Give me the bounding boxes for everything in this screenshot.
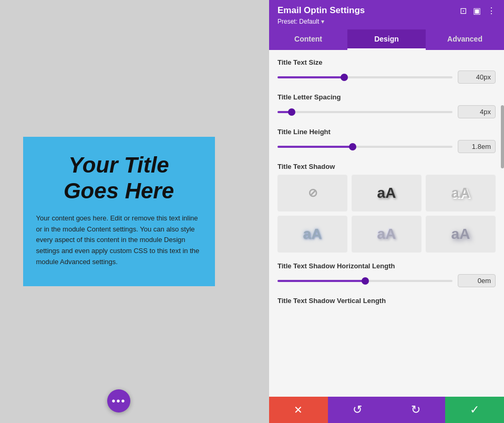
title-shadow-vertical-label: Title Text Shadow Vertical Length (277, 297, 496, 305)
panel-header: Email Optin Settings ⊡ ▣ ⋮ Preset: Defau… (269, 0, 504, 29)
reset-icon: ↺ (353, 403, 362, 417)
more-icon[interactable]: ⋮ (487, 6, 496, 16)
preview-title: Your Title Goes Here (36, 153, 202, 204)
panel-footer: ✕ ↺ ↻ ✓ (269, 397, 504, 423)
title-shadow-horizontal-setting: Title Text Shadow Horizontal Length 0em (277, 262, 496, 287)
title-shadow-horizontal-value[interactable]: 0em (458, 274, 496, 287)
preview-content: Your content goes here. Edit or remove t… (36, 213, 202, 268)
title-line-height-slider-row: 1.8em (277, 140, 496, 153)
title-line-height-value[interactable]: 1.8em (458, 140, 496, 153)
resize-icon[interactable]: ⊡ (460, 6, 467, 16)
settings-panel: Email Optin Settings ⊡ ▣ ⋮ Preset: Defau… (269, 0, 504, 423)
title-shadow-horizontal-fill (277, 280, 365, 282)
tab-design[interactable]: Design (347, 29, 426, 50)
redo-button[interactable]: ↻ (387, 397, 446, 423)
title-shadow-horizontal-slider[interactable] (277, 280, 452, 282)
shadow-option-2[interactable]: aA (426, 175, 496, 212)
save-button[interactable]: ✓ (445, 397, 504, 423)
cancel-icon: ✕ (294, 404, 303, 416)
title-text-size-slider[interactable] (277, 76, 452, 78)
shadow-options-grid: ⊘ aA aA aA aA aA (277, 175, 496, 253)
title-text-size-value[interactable]: 40px (458, 70, 496, 84)
title-letter-spacing-thumb[interactable] (288, 108, 295, 116)
title-letter-spacing-value[interactable]: 4px (458, 105, 496, 118)
title-letter-spacing-slider-row: 4px (277, 105, 496, 118)
shadow-option-5[interactable]: aA (426, 216, 496, 253)
title-shadow-horizontal-thumb[interactable] (362, 277, 369, 285)
shadow-option-none[interactable]: ⊘ (277, 175, 347, 212)
title-shadow-horizontal-slider-row: 0em (277, 274, 496, 287)
shadow-option-1[interactable]: aA (352, 175, 421, 212)
title-letter-spacing-slider[interactable] (277, 111, 452, 113)
tab-advanced[interactable]: Advanced (426, 29, 504, 50)
scroll-indicator (501, 105, 504, 168)
layout-icon[interactable]: ▣ (473, 6, 481, 16)
title-shadow-vertical-setting: Title Text Shadow Vertical Length (277, 297, 496, 305)
panel-header-top: Email Optin Settings ⊡ ▣ ⋮ (277, 5, 496, 16)
title-line-height-label: Title Line Height (277, 128, 496, 136)
reset-button[interactable]: ↺ (328, 397, 387, 423)
cancel-button[interactable]: ✕ (269, 397, 328, 423)
preview-title-line2: Goes Here (64, 178, 174, 203)
title-text-size-slider-row: 40px (277, 70, 496, 84)
dots-icon: ••• (111, 395, 126, 407)
shadow-option-4[interactable]: aA (352, 216, 421, 253)
title-text-shadow-setting: Title Text Shadow ⊘ aA aA aA aA aA (277, 163, 496, 253)
title-line-height-slider[interactable] (277, 146, 452, 148)
title-text-size-fill (277, 76, 344, 78)
title-text-size-setting: Title Text Size 40px (277, 58, 496, 84)
panel-body: Title Text Size 40px Title Letter Spacin… (269, 50, 504, 397)
title-line-height-setting: Title Line Height 1.8em (277, 128, 496, 153)
floating-dots-button[interactable]: ••• (107, 389, 130, 412)
title-letter-spacing-setting: Title Letter Spacing 4px (277, 93, 496, 118)
title-line-height-fill (277, 146, 353, 148)
title-text-shadow-label: Title Text Shadow (277, 163, 496, 170)
title-text-size-label: Title Text Size (277, 58, 496, 66)
save-icon: ✓ (470, 403, 479, 417)
tab-content[interactable]: Content (269, 29, 347, 50)
preview-title-line1: Your Title (68, 153, 169, 177)
preview-box: Your Title Goes Here Your content goes h… (23, 137, 215, 286)
shadow-option-3[interactable]: aA (277, 216, 347, 253)
title-line-height-thumb[interactable] (349, 143, 356, 150)
title-text-size-thumb[interactable] (341, 74, 348, 81)
panel-preset[interactable]: Preset: Default ▾ (277, 18, 496, 25)
title-letter-spacing-label: Title Letter Spacing (277, 93, 496, 101)
preview-area: Your Title Goes Here Your content goes h… (0, 0, 238, 423)
title-shadow-horizontal-label: Title Text Shadow Horizontal Length (277, 262, 496, 270)
panel-tabs: Content Design Advanced (269, 29, 504, 50)
redo-icon: ↻ (411, 403, 420, 417)
panel-header-icons: ⊡ ▣ ⋮ (460, 6, 496, 16)
panel-title: Email Optin Settings (277, 5, 365, 16)
